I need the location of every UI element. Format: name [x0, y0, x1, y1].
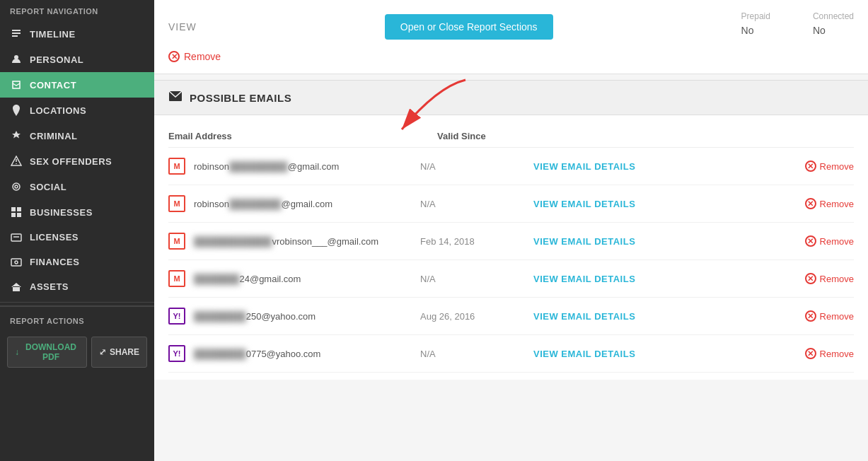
gmail-icon: M	[168, 158, 185, 175]
svg-rect-8	[11, 213, 16, 217]
svg-rect-12	[11, 259, 21, 266]
emails-section: POSSIBLE EMAILS Email Address Valid Sinc…	[154, 80, 868, 380]
remove-link[interactable]: Remove	[820, 161, 854, 172]
email-text: ████████0775@yahoo.com	[194, 349, 320, 359]
svg-rect-10	[11, 234, 21, 241]
businesses-icon	[10, 206, 23, 218]
download-pdf-button[interactable]: ↓ DOWNLOAD PDF	[7, 337, 87, 368]
prepaid-label: Prepaid	[741, 11, 770, 21]
finances-icon	[10, 258, 23, 267]
valid-since-cell: Aug 26, 2016	[420, 311, 533, 322]
sidebar-item-timeline[interactable]: TIMELINE	[0, 21, 154, 47]
svg-rect-9	[17, 213, 21, 217]
email-address-cell: Y! ████████250@yahoo.com	[168, 308, 420, 325]
email-text: robinson█████████@gmail.com	[194, 161, 339, 172]
view-email-details-link[interactable]: VIEW EMAIL DETAILS	[533, 311, 783, 322]
sidebar-item-finances[interactable]: FINANCES	[0, 250, 154, 274]
email-text: ███████24@gmail.com	[194, 274, 301, 284]
remove-link[interactable]: Remove	[820, 311, 854, 322]
email-address-cell: M robinson████████@gmail.com	[168, 195, 420, 212]
email-text: robinson████████@gmail.com	[194, 199, 332, 209]
remove-cell: ✕ Remove	[783, 348, 854, 359]
sidebar-item-sex-offenders[interactable]: SEX OFFENDERS	[0, 148, 154, 174]
criminal-icon	[10, 130, 23, 141]
valid-since-cell: N/A	[420, 274, 533, 284]
top-remove-link[interactable]: ✕ Remove	[168, 51, 854, 62]
email-row: M robinson█████████@gmail.com N/A VIEW E…	[168, 148, 854, 185]
sidebar-item-contact[interactable]: CONTACT	[0, 72, 154, 98]
top-row: VIEW Open or Close Report Sections Prepa…	[168, 11, 854, 42]
sidebar-item-social[interactable]: SOCIAL	[0, 174, 154, 199]
valid-since-cell: N/A	[420, 161, 533, 172]
email-col-header: Email Address	[168, 131, 437, 141]
prepaid-column: Prepaid No	[741, 11, 770, 37]
envelope-icon	[168, 91, 183, 105]
licenses-icon	[10, 233, 23, 242]
social-icon	[10, 181, 23, 192]
view-email-details-link[interactable]: VIEW EMAIL DETAILS	[533, 274, 783, 284]
gmail-icon: M	[168, 195, 185, 212]
remove-cell: ✕ Remove	[783, 161, 854, 172]
valid-since-cell: N/A	[420, 349, 533, 359]
email-row: M ███████24@gmail.com N/A VIEW EMAIL DET…	[168, 260, 854, 298]
remove-cell: ✕ Remove	[783, 310, 854, 322]
sidebar-item-personal[interactable]: PERSONAL	[0, 47, 154, 72]
sidebar-item-businesses[interactable]: BUSINESSES	[0, 199, 154, 225]
svg-point-13	[15, 261, 18, 264]
gmail-icon: M	[168, 233, 185, 250]
yahoo-icon: Y!	[168, 345, 185, 362]
remove-circle-icon: ✕	[805, 235, 816, 247]
remove-link[interactable]: Remove	[820, 199, 854, 209]
yahoo-icon: Y!	[168, 308, 185, 325]
view-email-details-link[interactable]: VIEW EMAIL DETAILS	[533, 349, 783, 359]
email-row: Y! ████████250@yahoo.com Aug 26, 2016 VI…	[168, 298, 854, 335]
main-content: VIEW Open or Close Report Sections Prepa…	[154, 0, 868, 461]
connected-column: Connected No	[813, 11, 854, 37]
sidebar-item-licenses[interactable]: LICENSES	[0, 225, 154, 250]
valid-since-cell: N/A	[420, 199, 533, 209]
remove-link[interactable]: Remove	[820, 349, 854, 359]
share-button[interactable]: ⤢ SHARE	[91, 337, 147, 368]
actions-section-title: REPORT ACTIONS	[0, 310, 154, 331]
remove-link[interactable]: Remove	[820, 274, 854, 284]
email-address-cell: M ███████24@gmail.com	[168, 270, 420, 287]
remove-circle-icon: ✕	[805, 273, 816, 284]
svg-rect-6	[11, 207, 16, 211]
remove-circle-icon: ✕	[805, 161, 816, 172]
remove-cell: ✕ Remove	[783, 198, 854, 209]
timeline-icon	[10, 28, 23, 40]
valid-since-cell: Feb 14, 2018	[420, 236, 533, 247]
email-address-cell: M robinson█████████@gmail.com	[168, 158, 420, 175]
assets-icon	[10, 282, 23, 292]
remove-label: Remove	[184, 51, 221, 62]
email-text: ████████████vrobinson___@gmail.com	[194, 236, 378, 247]
view-email-details-link[interactable]: VIEW EMAIL DETAILS	[533, 236, 783, 247]
remove-link[interactable]: Remove	[820, 236, 854, 247]
svg-rect-1	[12, 33, 21, 34]
svg-point-4	[13, 183, 20, 190]
remove-cell: ✕ Remove	[783, 273, 854, 284]
view-email-details-link[interactable]: VIEW EMAIL DETAILS	[533, 161, 783, 172]
emails-section-header: POSSIBLE EMAILS	[154, 80, 868, 115]
sidebar-item-assets[interactable]: ASSETS	[0, 274, 154, 299]
sidebar-item-locations[interactable]: LOCATIONS	[0, 98, 154, 123]
download-icon: ↓	[15, 347, 19, 357]
email-row: M robinson████████@gmail.com N/A VIEW EM…	[168, 185, 854, 223]
sidebar-item-criminal[interactable]: CRIMINAL	[0, 123, 154, 148]
connected-label: Connected	[813, 11, 854, 21]
sex-offenders-icon	[10, 156, 23, 167]
remove-cell: ✕ Remove	[783, 235, 854, 247]
email-row: M ████████████vrobinson___@gmail.com Feb…	[168, 223, 854, 260]
valid-col-header: Valid Since	[437, 131, 550, 141]
remove-circle-icon: ✕	[805, 348, 816, 359]
email-row: Y! ████████0775@yahoo.com N/A VIEW EMAIL…	[168, 335, 854, 373]
email-address-cell: M ████████████vrobinson___@gmail.com	[168, 233, 420, 250]
connected-value: No	[813, 25, 826, 36]
contact-icon	[10, 79, 23, 91]
open-close-button[interactable]: Open or Close Report Sections	[385, 14, 553, 40]
svg-rect-7	[17, 207, 21, 211]
view-email-details-link[interactable]: VIEW EMAIL DETAILS	[533, 199, 783, 209]
svg-rect-2	[12, 35, 18, 37]
top-card: VIEW Open or Close Report Sections Prepa…	[154, 0, 868, 74]
emails-section-title: POSSIBLE EMAILS	[190, 92, 291, 104]
